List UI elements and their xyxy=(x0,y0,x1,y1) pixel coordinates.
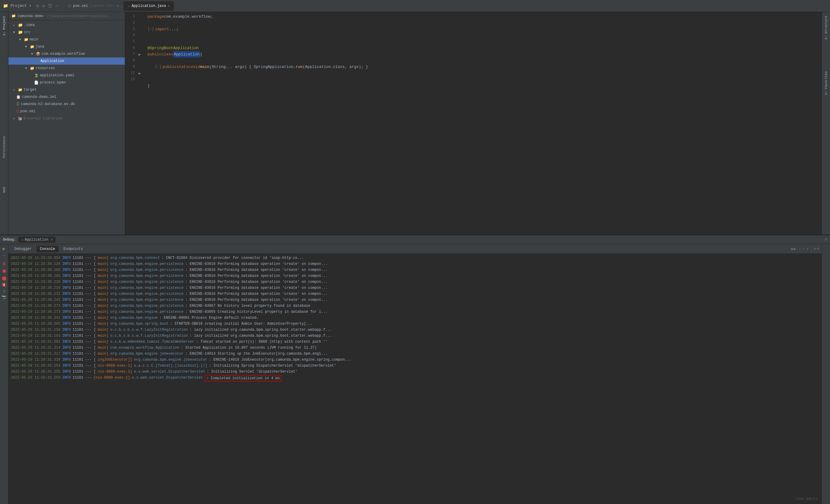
code-editor[interactable]: 1 2 3 4 5 6 7 8 9 12 13 xyxy=(125,12,822,234)
watermark: CSDN @某小小 xyxy=(796,497,818,501)
pom-project-label: (camunda-demo) xyxy=(90,4,115,7)
ext-libs-arrow: ▶ xyxy=(13,117,17,120)
console-tool-2[interactable]: ↓ xyxy=(799,247,801,251)
run-class-icon[interactable]: ▶ xyxy=(138,52,141,57)
debug-tab-close[interactable]: ✕ xyxy=(51,238,53,242)
idea-arrow: ▶ xyxy=(13,23,17,27)
toolbar-icons: ⚙ ⇄ ☰ — xyxy=(36,3,58,9)
code-content: 1 2 3 4 5 6 7 8 9 12 13 xyxy=(125,12,822,234)
project-tree: ▶ 📁 .idea ▼ 📁 src ▼ 📁 main ▼ 📁 java xyxy=(8,20,125,234)
sync-icon[interactable]: ⇄ xyxy=(42,3,45,9)
tree-src[interactable]: ▼ 📁 src xyxy=(8,29,125,36)
pom-label: pom.xml xyxy=(20,109,35,114)
tab-application-label: Application.java xyxy=(131,4,166,8)
debug-breakpoint-icon[interactable]: ⬤ xyxy=(2,276,7,281)
resources-folder-icon: 📁 xyxy=(30,66,34,71)
application-highlight: Application xyxy=(173,51,200,58)
debug-restart-icon[interactable]: ▶ xyxy=(3,246,6,252)
run-main-icon[interactable]: ▶ xyxy=(138,71,141,76)
tree-idea[interactable]: ▶ 📁 .idea xyxy=(8,22,125,29)
db-label: camunda-h2-database.mv.db xyxy=(21,102,75,106)
project-panel: 📁 camunda-demo ~/jiangtao/work/IdeaProje… xyxy=(8,12,125,234)
log-line-3: 2022-05-29 11:28:30.193INFO11101--- [ ma… xyxy=(8,273,822,279)
console-tab-bar: Debugger Console Endpoints ▶▶ ↓ ↑ ↗ ⊞ ⊟ xyxy=(8,244,822,254)
java-arrow: ▼ xyxy=(25,45,29,49)
tree-java[interactable]: ▼ 📁 java xyxy=(8,43,125,50)
tree-yaml[interactable]: 🍃 application.yaml xyxy=(8,72,125,79)
sidebar-item-persistence[interactable]: Persistence xyxy=(1,134,7,160)
sidebar-item-project[interactable]: 1: Project xyxy=(1,13,7,38)
console-tool-6[interactable]: ⊟ xyxy=(817,247,819,251)
log-line-20: 2022-05-29 11:28:42.259INFO11101---[nio-… xyxy=(8,375,822,382)
debug-mute-icon[interactable]: 🔇 xyxy=(1,282,7,287)
yaml-label: application.yaml xyxy=(40,73,74,77)
tree-bpmn[interactable]: 📄 process.bpmn xyxy=(8,79,125,86)
log-line-18: 2022-05-29 11:28:42.254INFO11101--- [nio… xyxy=(8,363,822,369)
bpmn-label: process.bpmn xyxy=(40,81,66,85)
tab-pom[interactable]: ⬡ pom.xml (camunda-demo) ✕ xyxy=(64,1,123,11)
yaml-icon: 🍃 xyxy=(34,73,39,78)
debug-pause-icon[interactable]: ⏸ xyxy=(2,261,7,267)
bottom-right-icons xyxy=(822,244,830,504)
settings-icon[interactable]: ⚙ xyxy=(36,3,39,9)
console-tool-5[interactable]: ⊞ xyxy=(814,247,816,251)
target-label: target xyxy=(24,88,36,92)
tree-main[interactable]: ▼ 📁 main xyxy=(8,36,125,43)
debug-camera-icon[interactable]: 📷 xyxy=(2,295,6,299)
tab-application[interactable]: ☕ Application.java ✕ xyxy=(124,1,174,11)
sidebar-item-web[interactable]: Web xyxy=(1,184,7,195)
tree-resources[interactable]: ▼ 📁 resources xyxy=(8,65,125,72)
console-tool-1[interactable]: ▶▶ xyxy=(791,246,796,251)
menu-icon[interactable]: ☰ xyxy=(48,3,52,9)
tree-iml[interactable]: 📋 camunda-demo.iml xyxy=(8,93,125,100)
tab-pom-close[interactable]: ✕ xyxy=(117,4,119,8)
log-line-19: 2022-05-29 11:28:42.255INFO11101--- [nio… xyxy=(8,369,822,375)
tab-console[interactable]: Console xyxy=(36,246,59,252)
fold-icon[interactable]: [-] xyxy=(148,26,154,32)
project-icon: 📁 xyxy=(3,3,8,8)
tree-application[interactable]: ☕ Application xyxy=(8,58,125,65)
console-container: Debugger Console Endpoints ▶▶ ↓ ↑ ↗ ⊞ ⊟ … xyxy=(8,244,822,504)
debug-app-name: Application xyxy=(25,238,48,242)
fold-icon-method[interactable]: [-] xyxy=(155,64,162,70)
sidebar-item-favorites[interactable]: 2: Favorites xyxy=(823,69,829,97)
log-line-10: 2022-05-29 11:28:30.341INFO11101--- [ ma… xyxy=(8,315,822,321)
log-line-16: 2022-05-29 11:28:31.317INFO11101--- [ ma… xyxy=(8,351,822,357)
tree-pom[interactable]: ⬡ pom.xml xyxy=(8,108,125,115)
log-line-14: 2022-05-29 11:28:31.301INFO11101--- [ ma… xyxy=(8,339,822,345)
tab-debugger[interactable]: Debugger xyxy=(11,246,35,252)
project-dropdown-icon[interactable]: ▾ xyxy=(29,4,31,8)
debug-step-over-icon[interactable]: ↷ xyxy=(3,253,5,258)
console-tool-3[interactable]: ↑ xyxy=(802,247,805,251)
ext-libs-icon: 📚 xyxy=(18,117,23,121)
console-log-area[interactable]: 2022-05-29 11:28:29.954INFO11101--- [ ma… xyxy=(8,254,822,504)
java-folder-icon: 📁 xyxy=(30,44,34,49)
bottom-area: Debug: ☕ Application ✕ ⚙ ▶ ↷ ⏸ ⏹ ⬤ 🔇 ⚙ 📷… xyxy=(0,234,830,504)
minimize-icon[interactable]: — xyxy=(55,3,58,9)
main-folder-icon: 📁 xyxy=(24,37,28,42)
resources-label: resources xyxy=(36,66,55,70)
debug-gear-icon[interactable]: ⚙ xyxy=(825,237,827,242)
tab-endpoints[interactable]: Endpoints xyxy=(60,246,87,252)
debug-app-tab[interactable]: ☕ Application ✕ xyxy=(18,237,56,243)
tree-target[interactable]: ▶ 📁 target xyxy=(8,86,125,93)
tree-ext-libs[interactable]: ▶ 📚 External Libraries xyxy=(8,115,125,122)
left-vertical-sidebar: 1: Project Persistence Web xyxy=(0,12,8,234)
sidebar-item-structure[interactable]: 2: Structure xyxy=(823,13,829,42)
idea-folder-icon: 📁 xyxy=(18,23,23,28)
console-tool-4[interactable]: ↗ xyxy=(806,246,808,251)
log-line-15: 2022-05-29 11:28:31.314INFO11101--- [ ma… xyxy=(8,345,822,351)
tree-pkg[interactable]: ▼ 📦 com.example.workflow xyxy=(8,50,125,58)
pom-icon: ⬡ xyxy=(16,109,19,114)
pkg-arrow: ▼ xyxy=(31,52,35,56)
java-label: java xyxy=(36,44,44,49)
log-line-6: 2022-05-29 11:28:30.232INFO11101--- [ ma… xyxy=(8,291,822,297)
project-title[interactable]: Project xyxy=(10,4,27,8)
log-line-5: 2022-05-29 11:28:30.216INFO11101--- [ ma… xyxy=(8,285,822,291)
tree-db[interactable]: 🗄 camunda-h2-database.mv.db xyxy=(8,100,125,108)
debug-settings-icon[interactable]: ⚙ xyxy=(3,289,5,293)
tab-application-close[interactable]: ✕ xyxy=(168,4,170,8)
debug-stop-icon[interactable]: ⏹ xyxy=(2,269,7,274)
log-line-1: 2022-05-29 11:28:30.128INFO11101--- [ ma… xyxy=(8,261,822,267)
bottom-main: ▶ ↷ ⏸ ⏹ ⬤ 🔇 ⚙ 📷 Debugger Console Endpoin… xyxy=(0,244,830,504)
